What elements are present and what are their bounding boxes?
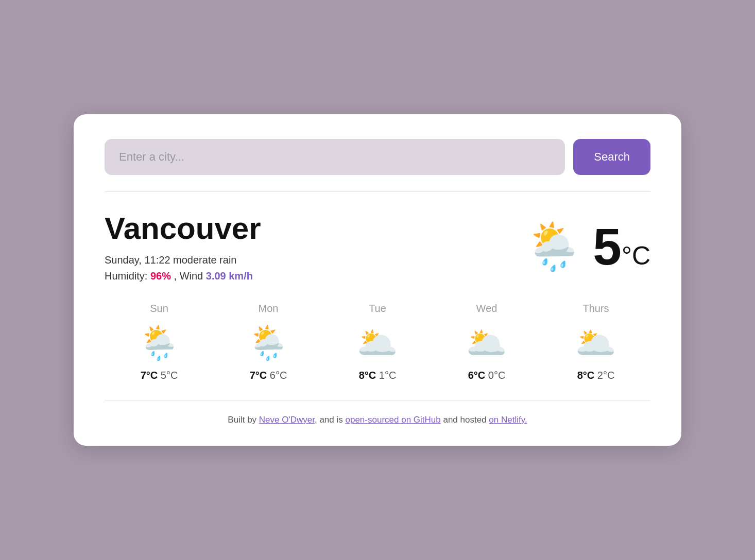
forecast-temps: 8°C 1°C — [359, 370, 397, 381]
forecast-day: Wed 🌥️ 6°C 0°C — [432, 303, 541, 381]
forecast-low: 6°C — [270, 370, 287, 381]
top-divider — [105, 191, 650, 192]
github-link[interactable]: open-sourced on GitHub — [346, 415, 441, 425]
current-temperature: 5°C — [593, 221, 650, 272]
forecast-icon: 🌥️ — [357, 325, 398, 361]
current-right: 🌦️ 5°C — [525, 221, 650, 272]
forecast-icon: 🌦️ — [139, 325, 180, 361]
forecast-low: 2°C — [597, 370, 615, 381]
forecast-temps: 6°C 0°C — [468, 370, 506, 381]
forecast-day: Sun 🌦️ 7°C 5°C — [105, 303, 214, 381]
search-button[interactable]: Search — [573, 139, 650, 175]
footer: Built by Neve O'Dwyer, and is open-sourc… — [105, 415, 650, 425]
wind-label: , Wind — [174, 270, 203, 282]
city-name: Vancouver — [105, 211, 261, 246]
forecast-high: 7°C — [250, 370, 267, 381]
weather-description: Sunday, 11:22 moderate rain — [105, 254, 261, 266]
forecast-row: Sun 🌦️ 7°C 5°C Mon 🌦️ 7°C 6°C Tue 🌥️ 8°C… — [105, 303, 650, 381]
temp-unit: °C — [622, 241, 650, 270]
city-info: Vancouver Sunday, 11:22 moderate rain Hu… — [105, 211, 261, 282]
forecast-temps: 8°C 2°C — [577, 370, 615, 381]
forecast-day-label: Thurs — [582, 303, 609, 314]
weather-stats: Humidity: 96% , Wind 3.09 km/h — [105, 270, 261, 282]
forecast-high: 8°C — [577, 370, 595, 381]
city-search-input[interactable] — [105, 139, 565, 175]
forecast-day: Mon 🌦️ 7°C 6°C — [214, 303, 323, 381]
search-row: Search — [105, 139, 650, 175]
forecast-icon: 🌥️ — [466, 325, 507, 361]
weather-card: Search Vancouver Sunday, 11:22 moderate … — [74, 114, 681, 445]
forecast-high: 6°C — [468, 370, 486, 381]
forecast-high: 8°C — [359, 370, 376, 381]
wind-value: 3.09 km/h — [206, 270, 253, 282]
footer-text-before: Built by — [228, 415, 259, 425]
bottom-divider — [105, 400, 650, 400]
netlify-link[interactable]: on Netlify. — [489, 415, 527, 425]
forecast-temps: 7°C 6°C — [250, 370, 287, 381]
forecast-day-label: Sun — [150, 303, 168, 314]
forecast-low: 0°C — [488, 370, 506, 381]
forecast-day: Thurs 🌥️ 8°C 2°C — [541, 303, 650, 381]
forecast-icon: 🌥️ — [575, 325, 616, 361]
footer-text-after: and hosted — [441, 415, 489, 425]
temp-value: 5 — [593, 218, 622, 275]
current-weather-icon: 🌦️ — [525, 223, 582, 270]
forecast-temps: 7°C 5°C — [141, 370, 178, 381]
forecast-day-label: Mon — [259, 303, 279, 314]
forecast-low: 5°C — [161, 370, 178, 381]
footer-text-middle: , and is — [315, 415, 346, 425]
current-weather-section: Vancouver Sunday, 11:22 moderate rain Hu… — [105, 211, 650, 282]
humidity-value: 96% — [150, 270, 171, 282]
forecast-day-label: Tue — [369, 303, 386, 314]
author-link[interactable]: Neve O'Dwyer — [259, 415, 315, 425]
humidity-label: Humidity: — [105, 270, 147, 282]
forecast-day: Tue 🌥️ 8°C 1°C — [323, 303, 432, 381]
forecast-low: 1°C — [379, 370, 397, 381]
forecast-high: 7°C — [141, 370, 158, 381]
forecast-day-label: Wed — [476, 303, 497, 314]
forecast-icon: 🌦️ — [248, 325, 289, 361]
